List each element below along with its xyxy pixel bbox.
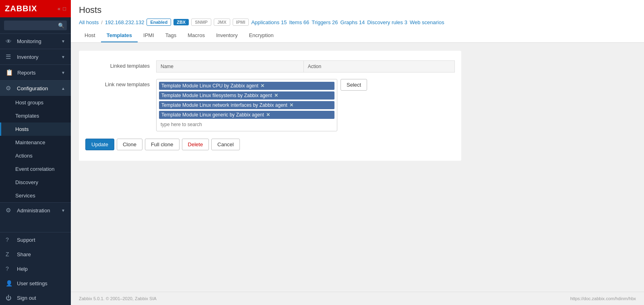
tabs: Host Templates IPMI Tags Macros Inventor… bbox=[79, 29, 636, 42]
template-tag-label-0: Template Module Linux CPU by Zabbix agen… bbox=[161, 83, 258, 89]
link-new-templates-label: Link new templates bbox=[85, 79, 150, 87]
search-icon: 🔍 bbox=[58, 23, 64, 29]
template-input-area[interactable]: Template Module Linux CPU by Zabbix agen… bbox=[156, 79, 337, 131]
logo: ZABBIX bbox=[5, 4, 37, 13]
share-icon: Z bbox=[6, 251, 13, 257]
fullscreen-icon[interactable]: □ bbox=[63, 6, 66, 12]
page-title: Hosts bbox=[79, 5, 636, 15]
template-tag-label-3: Template Module Linux generic by Zabbix … bbox=[161, 112, 264, 118]
linked-templates-table: Name Action bbox=[156, 60, 455, 73]
update-button[interactable]: Update bbox=[85, 139, 114, 150]
status-badge-enabled: Enabled bbox=[147, 19, 171, 26]
chevron-icon: ▼ bbox=[61, 55, 65, 59]
delete-button[interactable]: Delete bbox=[182, 139, 209, 150]
sidebar-item-templates[interactable]: Templates bbox=[0, 109, 71, 122]
search-input[interactable] bbox=[4, 21, 67, 30]
page-header: Hosts All hosts / 192.168.232.132 Enable… bbox=[71, 0, 644, 43]
linked-templates-row: Linked templates Name Action bbox=[79, 57, 461, 76]
sidebar-item-label: Help bbox=[17, 266, 28, 272]
reports-icon: 📋 bbox=[6, 69, 13, 76]
template-tag-label-1: Template Module Linux filesystems by Zab… bbox=[161, 93, 272, 98]
badge-jmx: JMX bbox=[214, 19, 230, 26]
items-link[interactable]: Items 66 bbox=[289, 19, 309, 25]
applications-link[interactable]: Applications 15 bbox=[251, 19, 287, 25]
sidebar-item-discovery[interactable]: Discovery bbox=[0, 176, 71, 189]
footer: Zabbix 5.0.1. © 2001–2020, Zabbix SIA ht… bbox=[71, 292, 644, 305]
template-tag-remove-2[interactable]: ✕ bbox=[289, 102, 293, 108]
all-hosts-link[interactable]: All hosts bbox=[79, 19, 99, 25]
tab-ipmi[interactable]: IPMI bbox=[138, 29, 160, 42]
select-button[interactable]: Select bbox=[341, 79, 367, 91]
discovery-rules-link[interactable]: Discovery rules 3 bbox=[367, 19, 407, 25]
configuration-icon: ⚙ bbox=[6, 85, 13, 92]
template-tag-remove-0[interactable]: ✕ bbox=[260, 83, 264, 89]
nav-section-monitoring: 👁 Monitoring ▼ bbox=[0, 33, 71, 49]
tab-host[interactable]: Host bbox=[79, 29, 101, 42]
badge-snmp: SNMP bbox=[191, 19, 211, 26]
sidebar-item-host-groups[interactable]: Host groups bbox=[0, 96, 71, 109]
sidebar-item-monitoring[interactable]: 👁 Monitoring ▼ bbox=[0, 34, 71, 49]
sidebar-item-support[interactable]: ? Support bbox=[0, 232, 71, 247]
tab-encryption[interactable]: Encryption bbox=[243, 29, 279, 42]
host-ip-link[interactable]: 192.168.232.132 bbox=[105, 19, 144, 25]
cancel-button[interactable]: Cancel bbox=[211, 139, 239, 150]
web-scenarios-link[interactable]: Web scenarios bbox=[410, 19, 444, 25]
monitoring-icon: 👁 bbox=[6, 38, 13, 45]
tab-templates[interactable]: Templates bbox=[101, 29, 138, 42]
footer-right: https://doc.zabbix.com/hdinm/hbx bbox=[570, 296, 636, 301]
sidebar-item-reports[interactable]: 📋 Reports ▼ bbox=[0, 65, 71, 80]
chevron-up-icon: ▲ bbox=[61, 86, 65, 91]
sidebar-item-actions[interactable]: Actions bbox=[0, 149, 71, 162]
administration-icon: ⚙ bbox=[6, 207, 13, 214]
template-tag-remove-1[interactable]: ✕ bbox=[274, 93, 278, 98]
sidebar-item-help[interactable]: ? Help bbox=[0, 261, 71, 276]
sidebar-item-configuration[interactable]: ⚙ Configuration ▲ bbox=[0, 81, 71, 96]
sidebar-item-hosts[interactable]: Hosts bbox=[0, 122, 71, 136]
signout-icon: ⏻ bbox=[6, 295, 13, 301]
sidebar-item-label: Sign out bbox=[17, 295, 36, 301]
template-tag-3: Template Module Linux generic by Zabbix … bbox=[159, 111, 334, 119]
sidebar-toggle[interactable]: « □ bbox=[58, 6, 66, 12]
sidebar-item-share[interactable]: Z Share bbox=[0, 247, 71, 261]
tab-tags[interactable]: Tags bbox=[160, 29, 182, 42]
triggers-link[interactable]: Triggers 26 bbox=[312, 19, 338, 25]
sidebar-item-label: Inventory bbox=[17, 54, 38, 60]
linked-templates-value: Name Action bbox=[156, 60, 455, 73]
template-tag-1: Template Module Linux filesystems by Zab… bbox=[159, 91, 334, 100]
sidebar-item-administration[interactable]: ⚙ Administration ▼ bbox=[0, 203, 71, 218]
link-new-row: Template Module Linux CPU by Zabbix agen… bbox=[156, 79, 455, 131]
sidebar: ZABBIX « □ 🔍 👁 Monitoring ▼ ☰ Inventory … bbox=[0, 0, 71, 305]
sidebar-item-inventory[interactable]: ☰ Inventory ▼ bbox=[0, 49, 71, 64]
sidebar-item-maintenance[interactable]: Maintenance bbox=[0, 136, 71, 149]
col-action-header: Action bbox=[303, 61, 454, 73]
nav-section-inventory: ☰ Inventory ▼ bbox=[0, 49, 71, 64]
sidebar-item-label: Administration bbox=[17, 207, 50, 214]
form-table: Linked templates Name Action bbox=[79, 51, 461, 161]
sidebar-item-event-correlation[interactable]: Event correlation bbox=[0, 162, 71, 176]
link-new-templates-row: Link new templates Template Module Linux… bbox=[79, 76, 461, 135]
full-clone-button[interactable]: Full clone bbox=[145, 139, 180, 150]
template-tag-remove-3[interactable]: ✕ bbox=[266, 112, 270, 118]
clone-button[interactable]: Clone bbox=[117, 139, 142, 150]
sidebar-item-label: User settings bbox=[17, 280, 47, 286]
tab-inventory[interactable]: Inventory bbox=[211, 29, 243, 42]
sidebar-item-label: Monitoring bbox=[17, 38, 41, 44]
main-content: Hosts All hosts / 192.168.232.132 Enable… bbox=[71, 0, 644, 305]
content-area: Linked templates Name Action bbox=[71, 43, 644, 292]
badge-ipmi: IPMI bbox=[233, 19, 249, 26]
support-icon: ? bbox=[6, 237, 13, 243]
linked-templates-label: Linked templates bbox=[85, 60, 150, 69]
sidebar-item-label: Share bbox=[17, 251, 31, 257]
collapse-icon[interactable]: « bbox=[58, 6, 60, 12]
badge-zbx: ZBX bbox=[173, 19, 189, 25]
sidebar-item-services[interactable]: Services bbox=[0, 189, 71, 202]
graphs-link[interactable]: Graphs 14 bbox=[341, 19, 365, 25]
sidebar-item-user-settings[interactable]: 👤 User settings bbox=[0, 276, 71, 290]
sidebar-item-sign-out[interactable]: ⏻ Sign out bbox=[0, 290, 71, 305]
configuration-submenu: Host groups Templates Hosts Maintenance … bbox=[0, 96, 71, 202]
sidebar-item-label: Support bbox=[17, 237, 35, 243]
tab-macros[interactable]: Macros bbox=[182, 29, 211, 42]
template-search-input[interactable] bbox=[159, 120, 334, 129]
link-new-templates-value: Template Module Linux CPU by Zabbix agen… bbox=[156, 79, 455, 131]
nav-section-administration: ⚙ Administration ▼ bbox=[0, 202, 71, 218]
